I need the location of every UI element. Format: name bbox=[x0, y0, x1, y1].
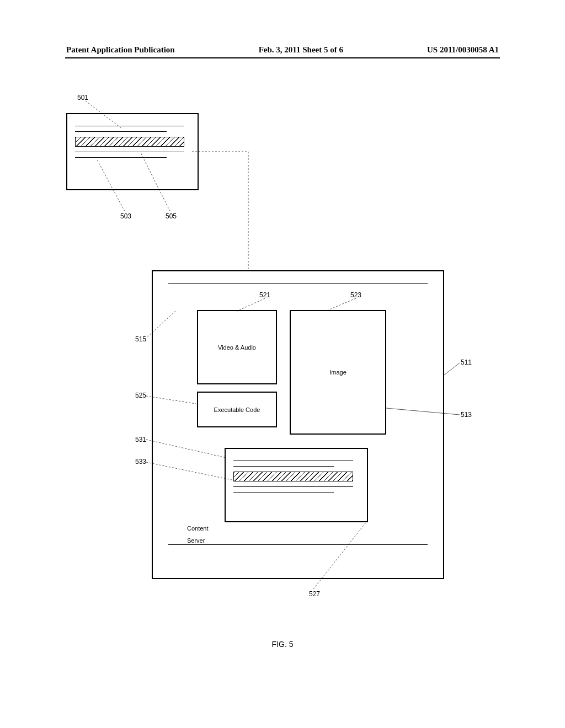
label-531: 531 bbox=[135, 436, 146, 443]
figure-caption: FIG. 5 bbox=[0, 640, 565, 649]
page-header: Patent Application Publication Feb. 3, 2… bbox=[66, 45, 499, 55]
text-line bbox=[233, 492, 334, 493]
text-line bbox=[233, 466, 334, 467]
header-rule bbox=[65, 57, 500, 58]
label-533: 533 bbox=[135, 458, 146, 465]
text-line bbox=[75, 152, 184, 152]
browser-window-small bbox=[66, 113, 199, 190]
highlighted-link-bar bbox=[75, 137, 184, 147]
executable-code-label: Executable Code bbox=[214, 406, 260, 413]
label-505: 505 bbox=[166, 212, 177, 220]
video-audio-box: Video & Audio bbox=[197, 310, 277, 384]
label-513: 513 bbox=[461, 411, 472, 419]
server-label: Server bbox=[187, 537, 205, 544]
label-503: 503 bbox=[120, 212, 131, 220]
text-line bbox=[75, 131, 167, 132]
label-527: 527 bbox=[309, 590, 320, 598]
header-left: Patent Application Publication bbox=[66, 45, 175, 55]
content-label: Content bbox=[187, 525, 209, 532]
header-center: Feb. 3, 2011 Sheet 5 of 6 bbox=[259, 45, 343, 55]
bottom-rule bbox=[168, 544, 428, 545]
highlighted-bar bbox=[233, 472, 353, 481]
figure-area: Video & Audio Executable Code Image Cont… bbox=[0, 83, 565, 634]
text-line bbox=[75, 126, 184, 126]
iframe-box bbox=[225, 448, 368, 522]
text-line bbox=[233, 486, 353, 487]
label-501: 501 bbox=[77, 94, 88, 101]
label-523: 523 bbox=[350, 291, 361, 299]
label-525: 525 bbox=[135, 392, 146, 399]
top-rule bbox=[168, 283, 428, 284]
label-511: 511 bbox=[461, 358, 472, 366]
video-audio-label: Video & Audio bbox=[218, 344, 256, 351]
webpage-frame: Video & Audio Executable Code Image Cont… bbox=[152, 270, 444, 579]
text-line bbox=[233, 461, 353, 461]
image-box: Image bbox=[290, 310, 386, 435]
image-box-label: Image bbox=[329, 369, 347, 376]
label-515: 515 bbox=[135, 335, 146, 343]
executable-code-box: Executable Code bbox=[197, 392, 277, 427]
svg-line-11 bbox=[444, 363, 460, 375]
header-right: US 2011/0030058 A1 bbox=[427, 45, 499, 55]
text-line bbox=[75, 157, 167, 158]
label-521: 521 bbox=[259, 291, 270, 299]
